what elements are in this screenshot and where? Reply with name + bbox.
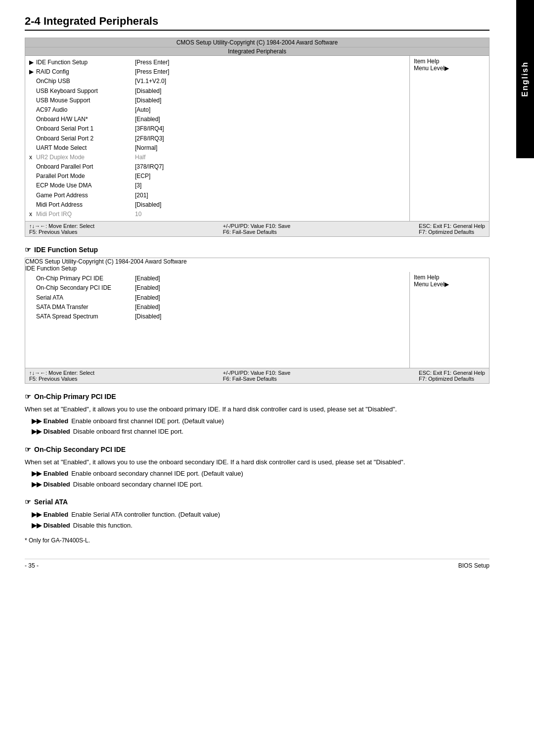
subsection-title-4: Serial ATA <box>34 498 68 506</box>
subsection3-bullets: ▶▶ EnabledEnable onboard secondary chann… <box>25 469 490 489</box>
bullet-icon: ▶▶ Disabled <box>32 427 70 437</box>
footer-2c-line2: F7: Optimized Defaults <box>419 376 485 382</box>
footer-col-1b: +/-/PU/PD: Value F10: Save F6: Fail-Save… <box>223 223 290 235</box>
row-marker <box>29 115 36 124</box>
bullet-label: Disabled <box>44 522 70 529</box>
bios1-row: USB Mouse Support[Disabled] <box>29 96 405 105</box>
subsection-arrow-2: ☞ <box>25 393 31 400</box>
bios1-row: Game Port Address[201] <box>29 191 405 200</box>
row-marker <box>29 181 36 190</box>
bios1-row: Onboard Serial Port 1[3F8/IRQ4] <box>29 124 405 133</box>
bios-subheader-1: Integrated Peripherals <box>25 47 489 56</box>
subsection-title-2: On-Chip Primary PCI IDE <box>34 393 116 400</box>
bullet-label: Enabled <box>44 417 69 425</box>
row-label: USB Mouse Support <box>36 96 135 105</box>
row-label: RAID Config <box>36 67 135 77</box>
row-label: Onboard H/W LAN* <box>36 115 135 124</box>
bios1-row: AC97 Audio[Auto] <box>29 105 405 115</box>
section-heading: Integrated Peripherals <box>44 15 158 27</box>
section-title: 2-4 Integrated Peripherals <box>25 15 490 31</box>
row-value: [Enabled] <box>135 283 405 293</box>
bullet-icon: ▶▶ Enabled <box>32 416 68 426</box>
row-marker <box>29 77 36 86</box>
bios1-rows: ▶IDE Function Setup[Press Enter]▶RAID Co… <box>29 58 405 219</box>
bios-left-1: ▶IDE Function Setup[Press Enter]▶RAID Co… <box>25 56 410 221</box>
bullet-desc: Disable this function. <box>73 521 490 531</box>
footer-col-2b: +/-/PU/PD: Value F10: Save F6: Fail-Save… <box>223 370 290 382</box>
bios-item-help-1: Item Help Menu Level▶ <box>410 56 489 221</box>
footer-1b-line2: F6: Fail-Save Defaults <box>223 229 290 235</box>
row-label: IDE Function Setup <box>36 58 135 67</box>
bullet-item: ▶▶ DisabledDisable this function. <box>25 521 490 531</box>
footer-2b-line2: F6: Fail-Save Defaults <box>223 376 290 382</box>
footer-col-1a: ↑↓→←: Move Enter: Select F5: Previous Va… <box>29 223 94 235</box>
bios-screen-ide-function: CMOS Setup Utility-Copyright (C) 1984-20… <box>25 258 490 384</box>
bullet-item: ▶▶ EnabledEnable Serial ATA controller f… <box>25 510 490 520</box>
row-label: Midi Port IRQ <box>36 210 135 219</box>
row-label: Midi Port Address <box>36 200 135 210</box>
row-value: [Enabled] <box>135 115 405 124</box>
bullet-item: ▶▶ EnabledEnable onboard first channel I… <box>25 416 490 426</box>
row-marker <box>29 143 36 153</box>
bios-header-1: CMOS Setup Utility-Copyright (C) 1984-20… <box>25 38 489 47</box>
footer-col-2c: ESC: Exit F1: General Help F7: Optimized… <box>419 370 485 382</box>
footer-1b-line1: +/-/PU/PD: Value F10: Save <box>223 223 290 229</box>
bios1-row: Midi Port Address[Disabled] <box>29 200 405 210</box>
bullet-item: ▶▶ DisabledDisable onboard first channel… <box>25 427 490 437</box>
subsection-title-3: On-Chip Secondary PCI IDE <box>34 445 126 453</box>
bios1-row: xUR2 Duplex ModeHalf <box>29 153 405 162</box>
row-marker: x <box>29 153 36 162</box>
subsection4-bullets: ▶▶ EnabledEnable Serial ATA controller f… <box>25 510 490 530</box>
row-label: On-Chip Primary PCI IDE <box>36 274 135 283</box>
bios-left-2: On-Chip Primary PCI IDE[Enabled]On-Chip … <box>25 272 410 368</box>
row-value: [Auto] <box>135 105 405 115</box>
footer-2b-line1: +/-/PU/PD: Value F10: Save <box>223 370 290 376</box>
bios-body-1: ▶IDE Function Setup[Press Enter]▶RAID Co… <box>25 56 489 221</box>
row-label: UR2 Duplex Mode <box>36 153 135 162</box>
main-content: 2-4 Integrated Peripherals CMOS Setup Ut… <box>0 0 534 584</box>
subsection2-desc: When set at "Enabled", it allows you to … <box>25 404 490 414</box>
row-value: [378/IRQ7] <box>135 162 405 172</box>
row-marker <box>29 96 36 105</box>
bios1-row: Onboard Parallel Port[378/IRQ7] <box>29 162 405 172</box>
row-label: AC97 Audio <box>36 105 135 115</box>
bios-header-2: CMOS Setup Utility-Copyright (C) 1984-20… <box>25 258 489 265</box>
bios-body-2: On-Chip Primary PCI IDE[Enabled]On-Chip … <box>25 272 489 368</box>
footer-1a-line1: ↑↓→←: Move Enter: Select <box>29 223 94 229</box>
bullet-icon: ▶▶ Disabled <box>32 521 70 531</box>
footer-col-1c: ESC: Exit F1: General Help F7: Optimized… <box>419 223 485 235</box>
bios1-row: ▶RAID Config[Press Enter] <box>29 67 405 77</box>
subsection-arrow-4: ☞ <box>25 498 31 506</box>
bios1-row: xMidi Port IRQ10 <box>29 210 405 219</box>
subsection-heading-1: ☞ IDE Function Setup <box>25 246 490 254</box>
row-value: [Enabled] <box>135 293 405 303</box>
subsection-title-1: IDE Function Setup <box>34 246 98 254</box>
subsection-arrow-1: ☞ <box>25 246 31 254</box>
bullet-desc: Enable Serial ATA controller function. (… <box>71 510 490 520</box>
english-tab: English <box>516 0 534 158</box>
row-label: Onboard Parallel Port <box>36 162 135 172</box>
row-value: [Press Enter] <box>135 67 405 77</box>
row-marker <box>29 303 36 312</box>
row-marker <box>29 124 36 133</box>
row-marker: ▶ <box>29 67 36 77</box>
row-marker <box>29 134 36 143</box>
row-marker <box>29 87 36 96</box>
item-help-title-1: Item Help <box>414 58 485 65</box>
row-marker <box>29 191 36 200</box>
bios1-row: Onboard H/W LAN*[Enabled] <box>29 115 405 124</box>
item-help-text-1: Menu Level▶ <box>414 65 485 72</box>
row-marker: x <box>29 210 36 219</box>
footer-2a-line2: F5: Previous Values <box>29 376 94 382</box>
bullet-icon: ▶▶ Disabled <box>32 480 70 489</box>
row-label: Onboard Serial Port 2 <box>36 134 135 143</box>
footer-note: * Only for GA-7N400S-L. <box>25 537 490 544</box>
row-label: ECP Mode Use DMA <box>36 181 135 190</box>
bios1-row: ▶IDE Function Setup[Press Enter] <box>29 58 405 67</box>
row-value: [V1.1+V2.0] <box>135 77 405 86</box>
bios-item-help-2: Item Help Menu Level▶ <box>410 272 489 368</box>
bios1-row: ECP Mode Use DMA[3] <box>29 181 405 190</box>
item-help-title-2: Item Help <box>414 274 485 281</box>
subsection-heading-3: ☞ On-Chip Secondary PCI IDE <box>25 445 490 453</box>
row-value: [ECP] <box>135 172 405 181</box>
